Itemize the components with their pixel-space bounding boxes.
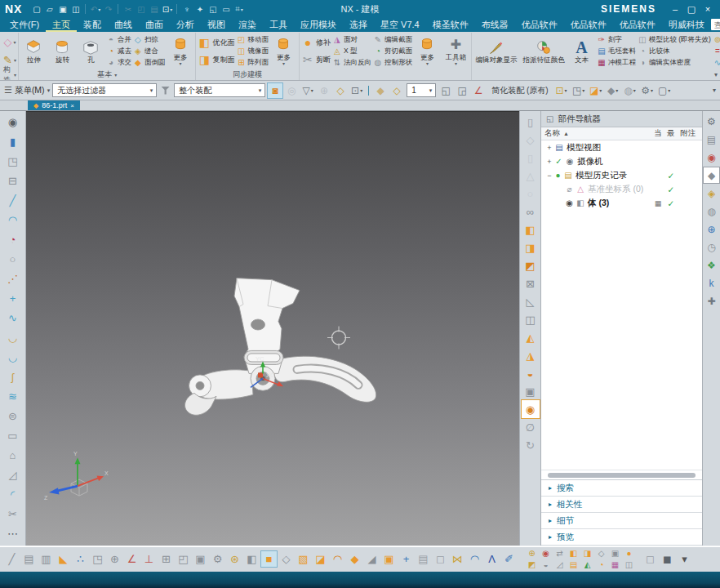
menu-tab-routing[interactable]: 布线器 xyxy=(475,18,515,32)
menu-tab-selection[interactable]: 选择 xyxy=(343,18,374,32)
show-sphere-icon[interactable]: ○ xyxy=(522,185,540,203)
menu-tab-youpin-3[interactable]: 优品软件 xyxy=(613,18,662,32)
assign-feature-color-button[interactable]: 指派特征颜色 xyxy=(521,38,567,64)
draft-tool-icon[interactable]: ◿ xyxy=(553,559,566,570)
chamfer-curve-icon[interactable]: ◿ xyxy=(3,465,23,484)
group-label-basic[interactable]: 基本▾ xyxy=(20,69,194,80)
move-component-icon[interactable]: ⊕ xyxy=(107,551,122,567)
csys-axes-icon[interactable]: ⊥ xyxy=(141,551,157,567)
expander-icon[interactable]: + xyxy=(545,158,553,166)
globe-orient-icon[interactable]: ⊛ xyxy=(227,551,242,567)
minimize-button[interactable]: – xyxy=(668,2,682,16)
window-menu-icon[interactable]: ⌗▾ xyxy=(233,2,245,16)
pattern-face-icon[interactable]: ⊞阵列面 xyxy=(236,57,269,69)
highlight-eye-icon[interactable]: ◉ xyxy=(522,400,540,418)
search-command-input[interactable] xyxy=(714,20,720,29)
toolbox-button[interactable]: ✚工具箱▾ xyxy=(442,36,469,67)
stack-gray-icon[interactable]: ▤ xyxy=(416,551,431,567)
hide-eye-icon[interactable]: ∅ xyxy=(522,418,540,436)
swap-pattern-icon[interactable]: ↻ xyxy=(522,436,540,454)
revolve-button[interactable]: 旋转 xyxy=(49,38,76,64)
swoosh-icon[interactable]: ◠ xyxy=(330,551,345,567)
intersect-icon[interactable]: ◕求交 xyxy=(106,57,131,69)
ribbon-overflow-caret[interactable]: ▾ xyxy=(714,71,718,78)
menu-tab-mingwei[interactable]: 明威科技 xyxy=(662,18,711,32)
trim-cylinder-icon[interactable]: ◒ xyxy=(522,364,540,382)
measure-icon[interactable]: ╱ xyxy=(4,551,20,567)
point-info-icon[interactable]: ∴ xyxy=(73,551,88,567)
menu-tab-file[interactable]: 文件(F) xyxy=(3,18,46,32)
emboss-tool-icon[interactable]: ◭ xyxy=(581,559,593,570)
close-button[interactable]: × xyxy=(700,2,715,16)
layer-check-icon[interactable]: ▣ xyxy=(193,551,208,567)
sheet-orange-icon[interactable]: ◪ xyxy=(313,551,328,567)
target-point-icon[interactable]: ⊕ xyxy=(317,83,331,98)
offset-curve-icon[interactable]: ≋ xyxy=(3,386,23,406)
clip-section-icon[interactable]: ◔剪切截面 xyxy=(373,46,412,57)
open-icon[interactable]: ▱ xyxy=(43,2,56,16)
snap-pair-icon[interactable]: ◎ xyxy=(284,83,299,98)
dim-doc-icon[interactable]: ▥ xyxy=(38,551,54,567)
die-engineering-icon[interactable]: ▦冲模工程 xyxy=(597,57,636,69)
annotate-doc-icon[interactable]: ▤ xyxy=(21,551,37,567)
sheet-flip-icon[interactable]: ◆ xyxy=(347,551,362,567)
save-state-icon[interactable]: ▣ xyxy=(522,382,540,400)
menu-tab-xingkong[interactable]: 星空 V7.4 xyxy=(374,18,426,32)
bottom-more-icon[interactable]: ▾ xyxy=(677,551,692,567)
menu-tab-youpin-1[interactable]: 优品软件 xyxy=(515,18,564,32)
toolbox-icon[interactable]: ✚ xyxy=(704,293,719,309)
horizontal-scrollbar[interactable] xyxy=(541,470,702,479)
microphone-icon[interactable]: ♆ xyxy=(180,2,193,16)
group-label-synchronous[interactable]: 同步建模 xyxy=(198,69,297,80)
selection-filter-dropdown[interactable]: 无选择过滤器▾ xyxy=(52,83,157,97)
cube-pair-icon[interactable]: ◫ xyxy=(522,310,540,328)
compare-body-icon[interactable]: ◔比较体 xyxy=(638,46,711,57)
pattern-grid-icon[interactable]: ⊕ xyxy=(526,548,538,559)
display-panel-icon[interactable]: ◼ xyxy=(660,551,675,567)
more-curves-icon[interactable]: ⋯ xyxy=(3,523,23,543)
polygon-tool-icon[interactable]: ⌂ xyxy=(3,445,23,465)
section-dependencies[interactable]: ▸相关性 xyxy=(541,497,702,513)
section-details[interactable]: ▸细节 xyxy=(541,513,702,529)
curve-j-icon[interactable]: ◡ xyxy=(3,327,23,347)
more-basic-button[interactable]: 更多▾ xyxy=(167,36,193,67)
paste-icon[interactable]: ▤ xyxy=(148,2,160,16)
body-b-icon[interactable]: ◇ xyxy=(389,83,404,98)
tree-row-datum-csys[interactable]: ⌀ △ 基准坐标系 (0) ✓ xyxy=(541,182,702,196)
face-pair-icon[interactable]: ◮面对 xyxy=(332,34,371,46)
cube-view-icon[interactable]: ◇ xyxy=(278,551,294,567)
break-icon[interactable]: ✂剪断 xyxy=(301,51,331,69)
body-a-icon[interactable]: ◆ xyxy=(373,83,388,98)
new-part-icon[interactable]: ▢ xyxy=(30,2,42,16)
circle-gauge-icon[interactable]: ◔ xyxy=(3,229,23,249)
wave-geometry-linker-icon[interactable]: ⊚WAVE 几何链接器 xyxy=(713,34,720,46)
x-form-icon[interactable]: ◬X 型 xyxy=(332,46,371,57)
layer-copy-icon[interactable]: ◰ xyxy=(176,551,191,567)
group-label-construct[interactable]: 构造▾ xyxy=(3,69,16,80)
box-tool-icon[interactable]: ▣ xyxy=(609,548,621,559)
bound-box-icon[interactable]: ◳ xyxy=(90,551,105,567)
settings-gear-icon[interactable]: ⚙ xyxy=(704,114,719,129)
zoom-window-icon[interactable]: ⊡▾ xyxy=(554,83,569,98)
part-navigator-header[interactable]: ◱ 部件导航器 xyxy=(541,111,702,127)
save-as-icon[interactable]: ◫ xyxy=(69,2,82,16)
rect-tool-icon[interactable]: ▭ xyxy=(3,425,23,445)
wedge-icon[interactable]: ◢ xyxy=(364,551,380,567)
edit-object-display-button[interactable]: 编辑对象显示 xyxy=(473,38,519,64)
tree-row-model-views[interactable]: + ▤ 模型视图 xyxy=(541,140,702,154)
command-search-box[interactable] xyxy=(711,19,720,30)
flip-arrow-icon[interactable]: ⇄ xyxy=(553,548,566,559)
form-face-icon[interactable]: ◇ xyxy=(595,548,607,559)
corner-tool-icon[interactable]: ◩ xyxy=(526,559,538,570)
menu-tab-curve[interactable]: 曲线 xyxy=(108,18,139,32)
boss-tool-icon[interactable]: ● xyxy=(623,548,635,559)
sheet-bend-icon[interactable]: ◧ xyxy=(567,548,580,559)
rib-tool-icon[interactable]: ▤ xyxy=(567,559,580,570)
clip-section-view-icon[interactable]: ◪▾ xyxy=(589,83,603,98)
reuse-library-icon[interactable]: ◈ xyxy=(704,185,719,201)
snap-magnet-icon[interactable]: ◙ xyxy=(268,83,282,98)
trim-curve-icon[interactable]: ✂ xyxy=(3,504,23,523)
tree-row-cameras[interactable]: + ✓ ◉ 摄像机 xyxy=(541,154,702,168)
ghost-body-icon[interactable]: ◍▾ xyxy=(623,83,638,98)
menu-tab-view[interactable]: 视图 xyxy=(201,18,232,32)
